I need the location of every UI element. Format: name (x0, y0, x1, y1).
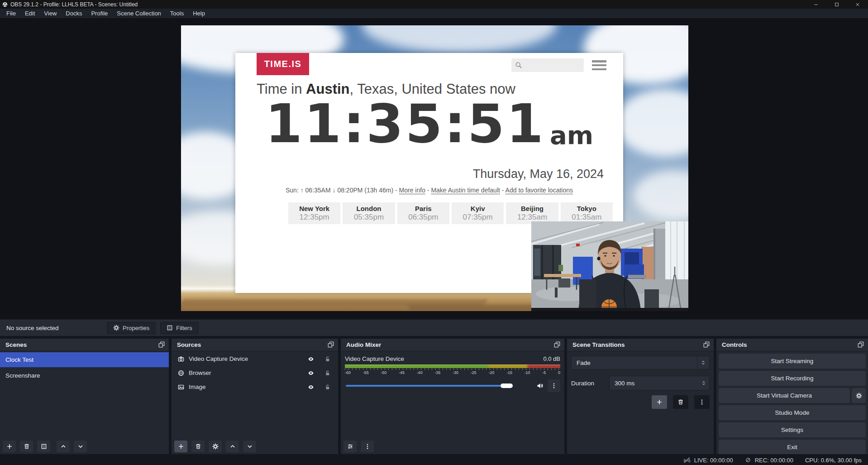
remove-transition-button[interactable] (673, 395, 688, 409)
visibility-eye-icon[interactable] (308, 384, 314, 390)
remove-source-button[interactable] (191, 441, 205, 452)
menu-profile[interactable]: Profile (86, 9, 112, 18)
tick: -45 (399, 370, 405, 375)
camera-icon (178, 356, 184, 362)
city-name: Paris (415, 205, 432, 212)
studio-mode-button[interactable]: Studio Mode (719, 405, 866, 420)
transition-options-kebab[interactable] (694, 395, 710, 409)
popout-icon[interactable] (703, 341, 710, 348)
dropdown-arrows-icon[interactable] (697, 356, 709, 369)
start-virtual-camera-button[interactable]: Start Virtual Camera (719, 388, 850, 403)
live-timer: LIVE: 00:00:00 (694, 457, 733, 464)
source-item-video-capture[interactable]: Video Capture Device (172, 352, 338, 365)
close-button[interactable] (847, 0, 868, 9)
image-icon (178, 384, 184, 390)
unlock-icon[interactable] (324, 356, 331, 362)
virtual-camera-settings-button[interactable] (852, 388, 866, 403)
add-scene-button[interactable] (3, 441, 16, 452)
city-time: 01:35am (572, 213, 601, 222)
docks: Scenes Clock Test Screenshare Sources Vi… (0, 337, 868, 455)
city-card: New York12:35pm (288, 202, 340, 224)
minimize-button[interactable] (806, 0, 826, 9)
filters-button[interactable]: Filters (160, 322, 198, 334)
preview-area: TIME.IS Time in Austin, Texas, United St… (0, 18, 868, 318)
start-recording-button[interactable]: Start Recording (719, 371, 866, 386)
add-transition-button[interactable] (652, 395, 667, 409)
volume-slider[interactable] (345, 379, 532, 392)
settings-button[interactable]: Settings (719, 422, 866, 437)
source-item-browser[interactable]: Browser (172, 366, 338, 379)
live-status: LIVE: 00:00:00 (683, 456, 733, 464)
menu-help[interactable]: Help (188, 9, 210, 18)
tick: 0 (558, 370, 560, 375)
source-label: Image (189, 384, 206, 390)
menu-file[interactable]: File (2, 9, 20, 18)
volume-slider-handle[interactable] (501, 384, 513, 388)
tick: -20 (488, 370, 494, 375)
tick: -15 (506, 370, 512, 375)
speaker-icon[interactable] (536, 382, 544, 389)
popout-icon[interactable] (158, 341, 165, 348)
menu-view[interactable]: View (39, 9, 61, 18)
source-properties-button[interactable] (209, 441, 222, 452)
obs-window: OBS 29.1.2 - Profile: LLHLS BETA - Scene… (0, 0, 868, 465)
exit-button[interactable]: Exit (719, 440, 866, 454)
obs-logo-icon (2, 2, 8, 7)
duration-spinbox[interactable]: 300 ms (609, 376, 710, 390)
timeis-sun-line: Sun: ↑ 06:35AM ↓ 08:20PM (13h 46m) - Mor… (235, 187, 623, 194)
sources-header[interactable]: Sources (172, 339, 338, 351)
city-time: 12:35pm (300, 213, 329, 222)
popout-icon[interactable] (554, 341, 560, 348)
audio-mixer-header[interactable]: Audio Mixer (341, 339, 564, 351)
menu-edit[interactable]: Edit (20, 9, 39, 18)
meter-tick-marks (345, 369, 560, 370)
source-up-button[interactable] (226, 441, 239, 452)
remove-scene-button[interactable] (20, 441, 33, 452)
menu-docks[interactable]: Docks (61, 9, 86, 18)
unlock-icon[interactable] (324, 370, 331, 376)
visibility-eye-icon[interactable] (308, 356, 314, 362)
visibility-eye-icon[interactable] (308, 370, 314, 376)
preview-canvas[interactable]: TIME.IS Time in Austin, Texas, United St… (181, 25, 688, 311)
city-card: Beijing12:35am (506, 202, 558, 224)
advanced-audio-button[interactable] (343, 441, 357, 452)
clock-digits: 11:35:51 (265, 102, 545, 146)
city-card: Kyiv07:35pm (452, 202, 504, 224)
properties-button[interactable]: Properties (107, 322, 156, 334)
duration-label: Duration (571, 380, 609, 387)
mixer-menu-kebab[interactable] (361, 441, 374, 452)
scene-item-clock-test[interactable]: Clock Test (0, 352, 169, 367)
scene-item-screenshare[interactable]: Screenshare (0, 368, 169, 383)
source-toolbar: No source selected Properties Filters (0, 320, 868, 336)
favorite-link: Add to favorite locations (506, 187, 573, 194)
scene-up-button[interactable] (57, 441, 70, 452)
menu-scene-collection[interactable]: Scene Collection (112, 9, 166, 18)
menubar: File Edit View Docks Profile Scene Colle… (0, 9, 868, 18)
transitions-header[interactable]: Scene Transitions (567, 339, 714, 351)
scene-down-button[interactable] (74, 441, 87, 452)
popout-icon[interactable] (328, 341, 334, 348)
start-streaming-button[interactable]: Start Streaming (719, 354, 866, 369)
source-down-button[interactable] (243, 441, 256, 452)
source-item-image[interactable]: Image (172, 380, 338, 393)
mixer-options-kebab[interactable] (548, 379, 560, 392)
timeis-clock: 11:35:51 am (235, 102, 623, 146)
popout-icon[interactable] (858, 341, 864, 348)
spinner-arrows-icon[interactable] (698, 380, 709, 386)
transition-select[interactable]: Fade (571, 356, 710, 369)
scene-filters-button[interactable] (37, 441, 50, 452)
menu-tools[interactable]: Tools (166, 9, 188, 18)
stream-off-icon (683, 456, 691, 464)
unlock-icon[interactable] (324, 384, 331, 390)
scenes-header[interactable]: Scenes (0, 339, 169, 351)
city-time: 06:35pm (408, 213, 438, 222)
mixer-level-db: 0.0 dB (543, 355, 560, 362)
city-time: 07:35pm (463, 213, 493, 222)
controls-header[interactable]: Controls (716, 339, 868, 351)
volume-meter (345, 364, 560, 368)
city-name: Beijing (521, 205, 544, 212)
scenes-title: Scenes (5, 341, 27, 348)
tick: -10 (525, 370, 530, 375)
maximize-button[interactable] (826, 0, 847, 9)
add-source-button[interactable] (174, 441, 187, 452)
